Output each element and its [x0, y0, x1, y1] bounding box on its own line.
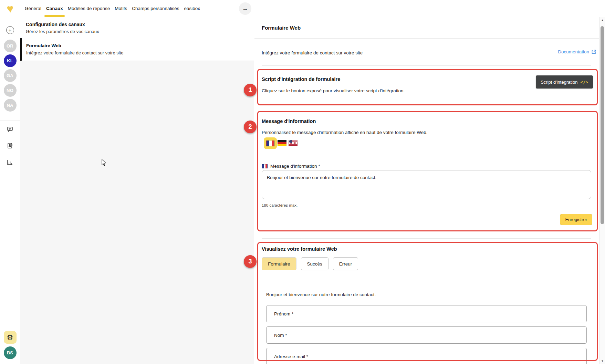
external-link-icon [591, 49, 596, 54]
scrollbar-thumb[interactable] [601, 26, 604, 224]
sidebar-title: Configuration des canaux [26, 22, 249, 27]
workspace-avatar-ga[interactable]: GA [4, 69, 17, 82]
workspace-avatar-no[interactable]: NO [4, 84, 17, 97]
tab-label: Motifs [115, 6, 127, 11]
sidebar-item-title: Formulaire Web [26, 43, 249, 48]
preview-section-title: Visualisez votre formulaire Web [262, 246, 337, 252]
tab-label: easibox [184, 6, 200, 11]
tab-label: Général [25, 6, 41, 11]
script-section-description: Cliquez sur le bouton exposé pour visual… [262, 88, 405, 93]
field-label: Adresse e-mail * [274, 354, 308, 359]
char-limit-helper: 180 caractères max. [262, 203, 298, 207]
sidebar-item-formulaire-web[interactable]: Formulaire Web Intégrez votre formulaire… [20, 38, 254, 61]
script-section-title: Script d'intégration de formulaire [262, 76, 340, 82]
contacts-icon [6, 142, 14, 149]
preview-tab-formulaire[interactable]: Formulaire [262, 257, 296, 270]
scroll-up-arrow[interactable]: ▲ [599, 17, 605, 23]
message-field-label: Message d'information * [270, 164, 320, 169]
tab-motifs[interactable]: Motifs [115, 0, 127, 17]
gear-icon: ⚙ [7, 333, 13, 342]
language-usa-button[interactable] [289, 140, 298, 146]
preview-tab-succes[interactable]: Succès [301, 257, 328, 270]
tab-modeles-de-reponse[interactable]: Modèles de réponse [68, 0, 110, 17]
french-flag-icon [262, 164, 268, 168]
code-icon: </> [580, 80, 588, 85]
top-nav-tabs: Général Canaux Modèles de réponse Motifs… [20, 0, 200, 17]
nav-scroll-right-button[interactable]: → [239, 2, 251, 15]
sidebar-header: Configuration des canaux Gérez les param… [20, 17, 254, 38]
workspace-rail: + OR KL GA NO NA [0, 17, 20, 364]
language-german-button[interactable] [278, 140, 286, 146]
message-section-description: Personnalisez le message d'information a… [262, 130, 428, 135]
arrow-right-icon: → [242, 5, 248, 12]
workspace-avatar-kl[interactable]: KL [4, 54, 17, 67]
message-textarea[interactable]: Bonjour et bienvenue sur notre formulair… [262, 170, 591, 199]
user-avatar[interactable]: BS [4, 346, 17, 359]
sidebar-item-subtitle: Intégrez votre formulaire de contact sur… [26, 50, 249, 55]
app-logo[interactable]: ♥ [0, 0, 20, 17]
workspace-list: OR KL GA NO NA [4, 40, 17, 112]
field-label: Prénom * [274, 311, 293, 316]
rail-tools [6, 125, 14, 166]
rail-divider [0, 121, 20, 121]
app-window: ♥ Général Canaux Modèles de réponse Moti… [0, 0, 605, 364]
settings-button[interactable]: ⚙ [4, 331, 17, 344]
tab-canaux[interactable]: Canaux [46, 0, 63, 17]
message-section-title: Message d'information [262, 118, 316, 124]
preview-field-prenom[interactable]: Prénom * [266, 305, 587, 322]
script-button-label: Script d'intégration [541, 80, 577, 85]
field-label: Nom * [274, 333, 287, 338]
stats-icon [6, 158, 14, 166]
add-workspace-button[interactable]: + [6, 26, 14, 34]
statistics-button[interactable] [6, 158, 14, 166]
vertical-scrollbar[interactable]: ▲ ▼ [599, 17, 605, 364]
tab-general[interactable]: Général [25, 0, 41, 17]
intro-text: Intégrez votre formulaire de contact sur… [262, 50, 363, 55]
chat-icon [6, 125, 14, 133]
divider [262, 65, 591, 66]
documentation-label: Documentation [558, 49, 589, 54]
page-title: Formulaire Web [262, 25, 301, 31]
preview-tabs: Formulaire Succès Erreur [262, 257, 358, 270]
preview-welcome-message: Bonjour et bienvenue sur notre formulair… [266, 292, 376, 297]
sidebar-subtitle: Gérez les paramètres de vos canaux [26, 29, 249, 34]
top-bar: ♥ Général Canaux Modèles de réponse Moti… [0, 0, 605, 17]
workspace-avatar-or[interactable]: OR [4, 40, 17, 52]
documentation-link[interactable]: Documentation [558, 49, 596, 54]
french-flag-icon [266, 141, 274, 146]
tab-label: Modèles de réponse [68, 6, 110, 11]
divider [262, 238, 591, 239]
divider [254, 38, 599, 39]
tab-champs-personnalises[interactable]: Champs personnalisés [132, 0, 179, 17]
preview-field-email[interactable]: Adresse e-mail * [266, 348, 587, 364]
script-integration-button[interactable]: Script d'intégration </> [536, 75, 593, 89]
heart-icon: ♥ [6, 3, 13, 14]
save-button[interactable]: Enregistrer [560, 214, 592, 225]
tab-label: Champs personnalisés [132, 6, 179, 11]
main-left-divider [254, 0, 254, 364]
preview-tab-erreur[interactable]: Erreur [333, 257, 358, 270]
preview-field-nom[interactable]: Nom * [266, 326, 587, 344]
tab-easibox[interactable]: easibox [184, 0, 200, 17]
plus-icon: + [8, 28, 11, 33]
conversations-button[interactable] [6, 125, 14, 133]
scroll-down-arrow[interactable]: ▼ [599, 358, 605, 364]
channels-sidebar: Configuration des canaux Gérez les param… [20, 17, 254, 364]
message-field-label-row: Message d'information * [262, 164, 320, 169]
contacts-button[interactable] [6, 142, 14, 150]
workspace-avatar-na[interactable]: NA [4, 99, 17, 112]
rail-bottom: ⚙ BS [4, 331, 17, 364]
tab-label: Canaux [46, 6, 63, 11]
language-french-button[interactable] [264, 137, 277, 149]
